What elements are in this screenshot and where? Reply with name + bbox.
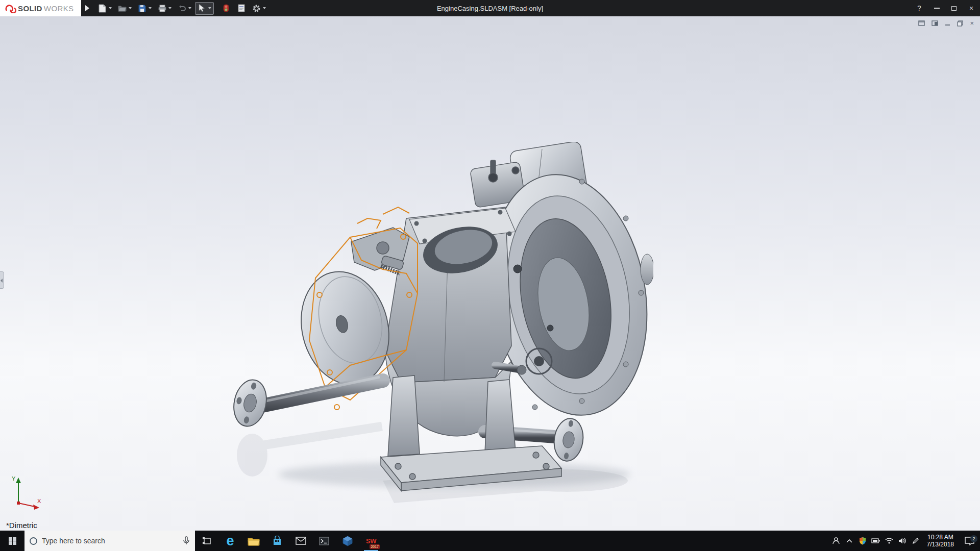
open-folder-icon <box>118 4 127 13</box>
taskbar-app-solidworks[interactable]: SW 2017 <box>359 531 383 551</box>
rebuild-button[interactable] <box>219 2 233 15</box>
solidworks-app-icon: SW 2017 <box>364 534 378 548</box>
taskbar-search[interactable] <box>24 531 195 551</box>
open-button[interactable] <box>115 2 134 15</box>
file-explorer-icon <box>248 536 260 546</box>
search-input[interactable] <box>42 537 178 545</box>
windows-taskbar: e SW <box>0 531 980 551</box>
clock-date: 7/13/2018 <box>927 541 954 548</box>
chevron-down-icon[interactable] <box>263 7 266 9</box>
solidworks-logo: SOLIDWORKS <box>0 0 81 16</box>
logo-text-solid: SOLID <box>18 4 42 13</box>
taskbar-clock[interactable]: 10:28 AM 7/13/2018 <box>922 534 959 548</box>
taskbar-app-edrawings[interactable] <box>336 531 359 551</box>
store-icon <box>272 536 282 546</box>
action-center-button[interactable]: 2 <box>959 537 980 545</box>
microphone-icon[interactable] <box>183 536 190 545</box>
mount-bracket <box>351 228 409 273</box>
file-properties-icon <box>237 4 246 13</box>
pen-icon <box>912 537 919 544</box>
new-document-button[interactable] <box>95 2 114 15</box>
start-button[interactable] <box>0 531 24 551</box>
coordinate-triad: Y X <box>10 474 44 511</box>
taskbar-app-edge[interactable]: e <box>218 531 242 551</box>
taskbar-app-file-explorer[interactable] <box>242 531 265 551</box>
titlebar: SOLIDWORKS <box>0 0 980 16</box>
person-icon <box>832 537 840 545</box>
battery-tray-button[interactable] <box>869 531 883 551</box>
document-window-controls: × <box>918 19 974 27</box>
undo-button[interactable] <box>175 2 194 15</box>
restore-document-icon[interactable] <box>957 20 963 27</box>
print-icon <box>158 4 167 13</box>
print-button[interactable] <box>155 2 174 15</box>
minimize-document-icon[interactable] <box>945 20 950 26</box>
select-cursor-icon <box>198 4 207 13</box>
terminal-icon <box>319 537 329 545</box>
file-properties-button[interactable] <box>234 2 249 15</box>
notification-badge: 2 <box>970 535 977 542</box>
minimize-button[interactable] <box>928 0 945 16</box>
options-button[interactable] <box>250 2 268 15</box>
task-view-button[interactable] <box>195 531 218 551</box>
mail-icon <box>296 537 306 545</box>
volume-tray-button[interactable] <box>896 531 909 551</box>
quick-access-toolbar <box>95 2 268 15</box>
maximize-icon <box>951 6 957 11</box>
task-view-icon <box>202 537 211 545</box>
chevron-down-icon[interactable] <box>149 7 152 9</box>
gear-icon <box>252 4 261 13</box>
close-button[interactable]: × <box>963 0 980 16</box>
chevron-down-icon[interactable] <box>188 7 191 9</box>
new-document-icon <box>98 4 107 13</box>
wifi-icon <box>885 538 893 544</box>
maximize-button[interactable] <box>945 0 963 16</box>
dock-window-icon[interactable] <box>932 20 938 26</box>
engine-casing-model[interactable] <box>230 142 653 509</box>
chevron-down-icon[interactable] <box>208 7 211 9</box>
pen-tray-button[interactable] <box>909 531 922 551</box>
edrawings-icon <box>342 536 353 546</box>
windows-logo-icon <box>9 537 16 545</box>
view-orientation-label: *Dimetric <box>6 521 37 530</box>
taskbar-app-mail[interactable] <box>289 531 312 551</box>
cortana-icon <box>30 537 37 545</box>
taskbar-app-store[interactable] <box>265 531 289 551</box>
save-icon <box>138 4 147 13</box>
select-button[interactable] <box>195 2 214 15</box>
ds-logo-icon <box>4 3 16 13</box>
window-controls: ? × <box>911 0 980 16</box>
clock-time: 10:28 AM <box>927 534 953 541</box>
logo-text-works: WORKS <box>44 4 74 13</box>
network-tray-button[interactable] <box>883 531 896 551</box>
security-tray-button[interactable] <box>856 531 869 551</box>
triad-x-label: X <box>37 498 41 504</box>
taskbar-app-terminal[interactable] <box>312 531 336 551</box>
help-button[interactable]: ? <box>911 0 928 16</box>
document-title: EngineCasing.SLDASM [Read-only] <box>437 0 543 16</box>
minimize-icon <box>934 8 940 9</box>
chevron-down-icon[interactable] <box>109 7 112 9</box>
chevron-down-icon[interactable] <box>168 7 172 9</box>
show-hidden-icons-button[interactable] <box>843 531 856 551</box>
triad-y-label: Y <box>12 475 16 482</box>
feature-tree-collapse-handle[interactable] <box>0 271 4 289</box>
system-tray: 10:28 AM 7/13/2018 2 <box>829 531 980 551</box>
float-window-icon[interactable] <box>918 20 925 26</box>
graphics-viewport[interactable]: × <box>0 16 980 531</box>
edge-icon: e <box>226 534 234 548</box>
expand-menu-arrow-icon[interactable] <box>85 5 89 11</box>
chevron-down-icon[interactable] <box>129 7 132 9</box>
speaker-icon <box>898 537 906 544</box>
close-document-icon[interactable]: × <box>970 19 974 27</box>
battery-icon <box>871 538 880 543</box>
undo-icon <box>178 4 187 13</box>
shield-icon <box>859 537 866 545</box>
people-button[interactable] <box>829 531 843 551</box>
rebuild-icon <box>222 4 231 13</box>
save-button[interactable] <box>135 2 154 15</box>
chevron-up-icon <box>846 539 852 543</box>
